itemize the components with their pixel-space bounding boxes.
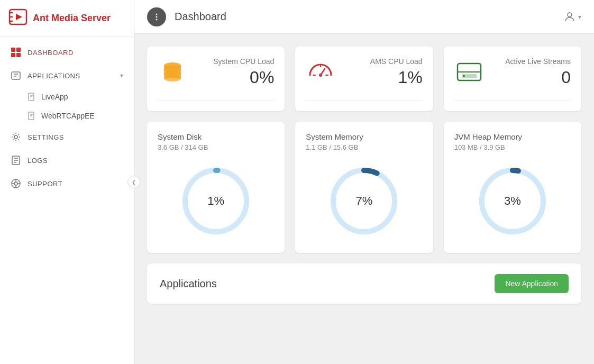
ams-logo-icon <box>8 7 28 29</box>
new-application-button[interactable]: New Application <box>495 274 569 293</box>
system-cpu-label: System CPU Load <box>213 57 274 66</box>
sidebar-nav: DASHBOARD APPLICATIONS ▾ <box>0 37 134 199</box>
logs-icon <box>11 155 21 166</box>
metrics-row: System CPU Load 0% <box>147 47 581 111</box>
system-disk-card: System Disk 3.6 GB / 314 GB 1% <box>147 122 285 253</box>
liveapp-label: LiveApp <box>41 93 68 101</box>
memory-subtitle: 1.1 GB / 15.6 GB <box>306 143 358 151</box>
memory-gauge: 7% <box>327 164 401 238</box>
svg-point-20 <box>156 13 158 15</box>
applications-section: Applications New Application <box>147 263 581 304</box>
sidebar-item-settings[interactable]: SETTINGS <box>0 125 134 149</box>
svg-rect-5 <box>11 48 15 52</box>
sidebar-logo: Ant Media Server <box>0 0 134 37</box>
disk-title: System Disk <box>158 132 202 141</box>
system-cpu-card: System CPU Load 0% <box>147 47 285 111</box>
sidebar-item-webrtcappee[interactable]: WebRTCAppEE <box>0 106 134 125</box>
sidebar-item-applications[interactable]: APPLICATIONS ▾ <box>0 64 134 87</box>
webrtcappee-doc-icon <box>28 112 36 120</box>
sidebar-settings-label: SETTINGS <box>28 133 64 141</box>
svg-point-35 <box>463 75 465 77</box>
dashboard-content: System CPU Load 0% <box>134 34 594 316</box>
sidebar-item-dashboard[interactable]: DASHBOARD <box>0 41 134 64</box>
sidebar-dashboard-label: DASHBOARD <box>28 49 74 57</box>
card-top: AMS CPU Load 1% <box>306 57 422 87</box>
svg-point-15 <box>14 182 17 185</box>
jvm-title: JVM Heap Memory <box>454 132 522 141</box>
svg-point-30 <box>164 75 181 81</box>
jvm-subtitle: 103 MB / 3.9 GB <box>454 143 505 151</box>
jvm-heap-card: JVM Heap Memory 103 MB / 3.9 GB 3% <box>444 122 581 253</box>
applications-icon <box>11 70 21 81</box>
sidebar: Ant Media Server ❮ DASHBOARD <box>0 0 134 364</box>
ams-cpu-info: AMS CPU Load 1% <box>370 57 423 87</box>
sidebar-item-liveapp[interactable]: LiveApp <box>0 87 134 106</box>
streams-label: Active Live Streams <box>505 57 571 66</box>
card-top: Active Live Streams 0 <box>454 57 571 87</box>
header-menu-button[interactable] <box>147 7 166 26</box>
svg-point-31 <box>319 74 322 77</box>
liveapp-doc-icon <box>28 93 36 101</box>
memory-title: System Memory <box>306 132 363 141</box>
svg-point-22 <box>156 19 158 20</box>
sidebar-collapse-button[interactable]: ❮ <box>127 176 140 188</box>
system-cpu-value: 0% <box>213 68 274 87</box>
svg-point-21 <box>156 16 158 17</box>
user-icon <box>563 11 576 23</box>
svg-point-12 <box>14 135 17 139</box>
card-divider <box>306 100 422 101</box>
live-streams-icon <box>454 57 484 87</box>
page-title: Dashboard <box>175 11 226 23</box>
svg-rect-8 <box>16 53 21 57</box>
applications-chevron-icon: ▾ <box>120 72 124 79</box>
card-divider <box>454 100 571 101</box>
disk-percent: 1% <box>207 194 224 208</box>
applications-left: APPLICATIONS <box>11 70 80 81</box>
cpu-info: System CPU Load 0% <box>213 57 274 87</box>
user-menu[interactable]: ▾ <box>563 11 581 23</box>
disk-subtitle: 3.6 GB / 314 GB <box>158 143 208 151</box>
support-icon <box>11 178 21 189</box>
ams-cpu-card: AMS CPU Load 1% <box>295 47 433 111</box>
svg-rect-7 <box>11 53 15 57</box>
ams-cpu-label: AMS CPU Load <box>370 57 423 66</box>
sidebar-item-support[interactable]: SUPPORT <box>0 172 134 195</box>
database-icon <box>158 57 187 87</box>
sidebar-item-logs[interactable]: LOGS <box>0 149 134 172</box>
speedometer-icon <box>306 57 335 87</box>
card-divider <box>158 100 274 101</box>
gauges-row: System Disk 3.6 GB / 314 GB 1% System Me… <box>147 122 581 253</box>
user-chevron-icon: ▾ <box>578 13 581 21</box>
sidebar-logs-label: LOGS <box>28 157 48 165</box>
sidebar-applications-label: APPLICATIONS <box>28 72 80 80</box>
header-left: Dashboard <box>147 7 226 26</box>
svg-marker-1 <box>16 14 22 20</box>
card-top: System CPU Load 0% <box>158 57 274 87</box>
applications-section-title: Applications <box>160 278 217 290</box>
svg-rect-6 <box>16 48 21 52</box>
streams-info: Active Live Streams 0 <box>505 57 571 87</box>
settings-icon <box>11 132 21 142</box>
svg-point-23 <box>568 13 572 17</box>
active-streams-card: Active Live Streams 0 <box>444 47 581 111</box>
system-memory-card: System Memory 1.1 GB / 15.6 GB 7% <box>295 122 433 253</box>
jvm-percent: 3% <box>504 194 521 208</box>
dashboard-icon <box>11 47 21 58</box>
main-content: Dashboard ▾ <box>134 0 594 364</box>
svg-rect-9 <box>12 72 20 79</box>
memory-percent: 7% <box>356 194 373 208</box>
jvm-gauge: 3% <box>476 164 550 238</box>
ams-cpu-value: 1% <box>370 68 423 87</box>
app-name: Ant Media Server <box>33 13 111 24</box>
streams-value: 0 <box>505 68 571 87</box>
webrtcappee-label: WebRTCAppEE <box>41 112 95 120</box>
sidebar-support-label: SUPPORT <box>28 180 62 188</box>
header: Dashboard ▾ <box>134 0 594 34</box>
disk-gauge: 1% <box>179 164 253 238</box>
